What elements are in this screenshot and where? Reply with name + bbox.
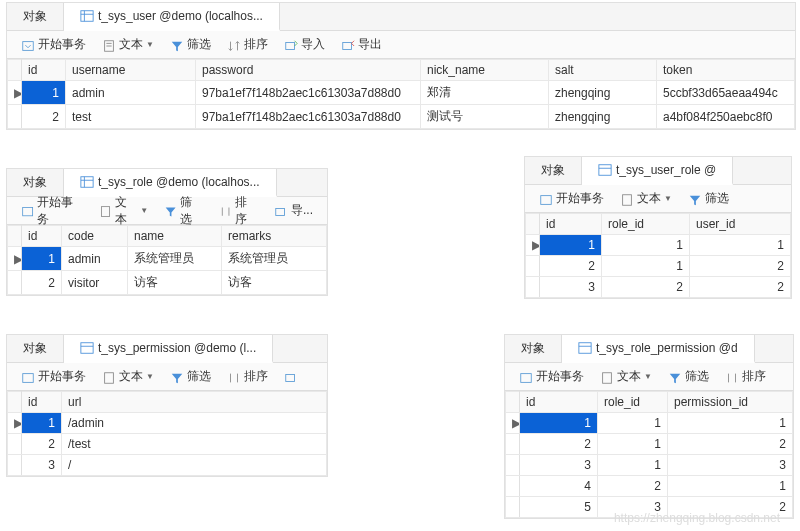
cell-password[interactable]: 97ba1ef7f148b2aec1c61303a7d88d0 [196,81,421,105]
col-role-id[interactable]: role_id [598,392,668,413]
table-row[interactable]: ▶ 1 admin 97ba1ef7f148b2aec1c61303a7d88d… [8,81,795,105]
col-token[interactable]: token [657,60,795,81]
cell-name[interactable]: 系统管理员 [128,247,222,271]
table-tab[interactable]: t_sys_permission @demo (l... [64,335,273,363]
table-row[interactable]: 3/ [8,455,327,476]
cell[interactable]: 1 [598,413,668,434]
cell[interactable]: 1 [668,413,793,434]
col-id[interactable]: id [520,392,598,413]
col-id[interactable]: id [22,60,66,81]
col-role-id[interactable]: role_id [602,214,690,235]
filter-button[interactable]: 筛选 [164,366,217,387]
cell-id[interactable]: 1 [22,247,62,271]
table-row[interactable]: ▶ 1 admin 系统管理员 系统管理员 [8,247,327,271]
cell[interactable]: 1 [22,413,62,434]
cell-nickname[interactable]: 郑清 [421,81,549,105]
col-permission-id[interactable]: permission_id [668,392,793,413]
cell-salt[interactable]: zhengqing [549,81,657,105]
cell-token[interactable]: 5ccbf33d65aeaa494c [657,81,795,105]
sort-button[interactable]: 排序 [221,34,274,55]
filter-button[interactable]: 筛选 [682,188,735,209]
import-button[interactable]: 导入 [278,34,331,55]
cell[interactable]: 1 [540,235,602,256]
table-row[interactable]: 212 [526,256,791,277]
cell-name[interactable]: 访客 [128,271,222,295]
text-button[interactable]: 文本▼ [614,188,678,209]
filter-button[interactable]: 筛选 [158,192,209,230]
cell-nickname[interactable]: 测试号 [421,105,549,129]
table-tab[interactable]: t_sys_user_role @ [582,157,733,185]
cell-remarks[interactable]: 访客 [222,271,327,295]
sort-button[interactable]: 排序 [719,366,772,387]
cell[interactable]: 1 [668,476,793,497]
begin-tx-button[interactable]: 开始事务 [15,366,92,387]
filter-button[interactable]: 筛选 [164,34,217,55]
object-tab[interactable]: 对象 [525,157,582,184]
table-row[interactable]: 2/test [8,434,327,455]
col-password[interactable]: password [196,60,421,81]
col-username[interactable]: username [66,60,196,81]
cell[interactable]: 3 [520,455,598,476]
import-button[interactable] [278,369,304,385]
col-url[interactable]: url [62,392,327,413]
cell[interactable]: 2 [602,277,690,298]
text-button[interactable]: 文本▼ [594,366,658,387]
cell[interactable]: 2 [690,277,791,298]
cell-code[interactable]: visitor [62,271,128,295]
cell[interactable]: /admin [62,413,327,434]
sort-button[interactable]: 排序 [221,366,274,387]
text-button[interactable]: 文本▼ [96,34,160,55]
cell[interactable]: 1 [690,235,791,256]
begin-tx-button[interactable]: 开始事务 [533,188,610,209]
cell-username[interactable]: test [66,105,196,129]
cell[interactable]: 2 [520,434,598,455]
cell[interactable]: 1 [598,434,668,455]
table-row[interactable]: 2 visitor 访客 访客 [8,271,327,295]
table-row[interactable]: 313 [506,455,793,476]
begin-tx-button[interactable]: 开始事务 [15,192,89,230]
col-salt[interactable]: salt [549,60,657,81]
table-row[interactable]: 2 test 97ba1ef7f148b2aec1c61303a7d88d0 测… [8,105,795,129]
cell[interactable]: 3 [540,277,602,298]
cell[interactable]: 2 [668,497,793,518]
import-button[interactable]: 导... [268,200,319,221]
cell[interactable]: 2 [598,476,668,497]
col-user-id[interactable]: user_id [690,214,791,235]
cell-remarks[interactable]: 系统管理员 [222,247,327,271]
table-tab[interactable]: t_sys_role_permission @d [562,335,755,363]
cell[interactable]: 3 [598,497,668,518]
col-id[interactable]: id [22,392,62,413]
table-row[interactable]: ▶111 [506,413,793,434]
export-button[interactable]: 导出 [335,34,388,55]
begin-tx-button[interactable]: 开始事务 [513,366,590,387]
cell[interactable]: /test [62,434,327,455]
object-tab[interactable]: 对象 [7,335,64,362]
cell[interactable]: 3 [668,455,793,476]
col-remarks[interactable]: remarks [222,226,327,247]
table-row[interactable]: 421 [506,476,793,497]
cell[interactable]: 1 [602,256,690,277]
col-id[interactable]: id [540,214,602,235]
cell-salt[interactable]: zhengqing [549,105,657,129]
col-nickname[interactable]: nick_name [421,60,549,81]
sort-button[interactable]: 排序 [213,192,264,230]
object-tab[interactable]: 对象 [7,3,64,30]
cell[interactable]: 2 [690,256,791,277]
text-button[interactable]: 文本▼ [96,366,160,387]
table-row[interactable]: 532 [506,497,793,518]
cell[interactable]: 2 [668,434,793,455]
cell[interactable]: / [62,455,327,476]
cell-token[interactable]: a4bf084f250aebc8f0 [657,105,795,129]
cell-id[interactable]: 2 [22,105,66,129]
begin-tx-button[interactable]: 开始事务 [15,34,92,55]
table-row[interactable]: 322 [526,277,791,298]
cell-username[interactable]: admin [66,81,196,105]
cell[interactable]: 3 [22,455,62,476]
table-row[interactable]: ▶111 [526,235,791,256]
cell[interactable]: 1 [520,413,598,434]
cell[interactable]: 2 [22,434,62,455]
cell-id[interactable]: 1 [22,81,66,105]
cell[interactable]: 2 [540,256,602,277]
table-row[interactable]: 212 [506,434,793,455]
cell[interactable]: 5 [520,497,598,518]
